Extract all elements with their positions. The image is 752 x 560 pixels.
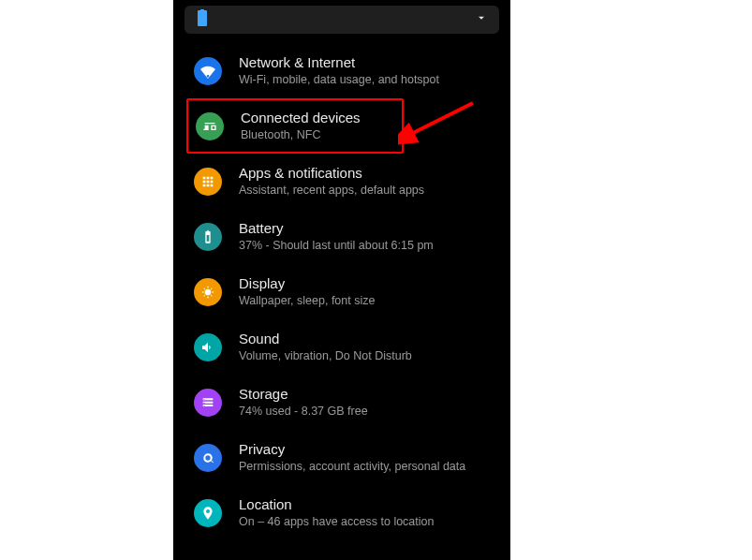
settings-item-display[interactable]: Display Wallpaper, sleep, font size: [190, 264, 499, 319]
item-subtitle: Bluetooth, NFC: [241, 127, 361, 142]
settings-item-location[interactable]: Location On – 46 apps have access to loc…: [190, 485, 499, 540]
settings-screen: Network & Internet Wi-Fi, mobile, data u…: [173, 0, 510, 560]
item-title: Connected devices: [241, 110, 361, 127]
item-subtitle: 37% - Should last until about 6:15 pm: [239, 238, 434, 253]
item-title: Storage: [239, 386, 368, 404]
devices-icon: [196, 112, 224, 140]
item-subtitle: Volume, vibration, Do Not Disturb: [239, 348, 412, 363]
location-icon: [194, 499, 222, 527]
settings-item-sound[interactable]: Sound Volume, vibration, Do Not Disturb: [190, 319, 499, 375]
battery-saver-icon: [196, 9, 209, 30]
item-title: Privacy: [239, 441, 465, 459]
item-subtitle: On – 46 apps have access to location: [239, 514, 434, 529]
settings-item-battery[interactable]: Battery 37% - Should last until about 6:…: [190, 209, 499, 264]
sound-icon: [194, 333, 222, 361]
privacy-icon: [194, 444, 222, 472]
item-subtitle: Permissions, account activity, personal …: [239, 459, 465, 474]
settings-item-storage[interactable]: Storage 74% used - 8.37 GB free: [190, 375, 499, 430]
brightness-icon: [194, 278, 222, 306]
chevron-down-icon[interactable]: [475, 11, 488, 28]
item-subtitle: Wallpaper, sleep, font size: [239, 293, 375, 308]
battery-icon: [194, 223, 222, 251]
settings-item-connected-devices[interactable]: Connected devices Bluetooth, NFC: [186, 98, 404, 154]
storage-icon: [194, 389, 222, 417]
item-title: Display: [239, 275, 375, 293]
settings-list: Network & Internet Wi-Fi, mobile, data u…: [173, 43, 510, 540]
apps-icon: [194, 168, 222, 196]
settings-item-privacy[interactable]: Privacy Permissions, account activity, p…: [190, 430, 499, 485]
item-title: Network & Internet: [239, 54, 439, 72]
item-title: Battery: [239, 220, 434, 238]
item-subtitle: Wi-Fi, mobile, data usage, and hotspot: [239, 72, 439, 87]
settings-item-apps[interactable]: Apps & notifications Assistant, recent a…: [190, 154, 499, 209]
notification-shade[interactable]: [184, 6, 499, 34]
item-title: Location: [239, 496, 434, 514]
item-subtitle: 74% used - 8.37 GB free: [239, 404, 368, 419]
item-subtitle: Assistant, recent apps, default apps: [239, 183, 424, 198]
settings-item-network[interactable]: Network & Internet Wi-Fi, mobile, data u…: [190, 43, 499, 98]
wifi-icon: [194, 57, 222, 85]
item-title: Apps & notifications: [239, 165, 424, 183]
item-title: Sound: [239, 331, 412, 348]
